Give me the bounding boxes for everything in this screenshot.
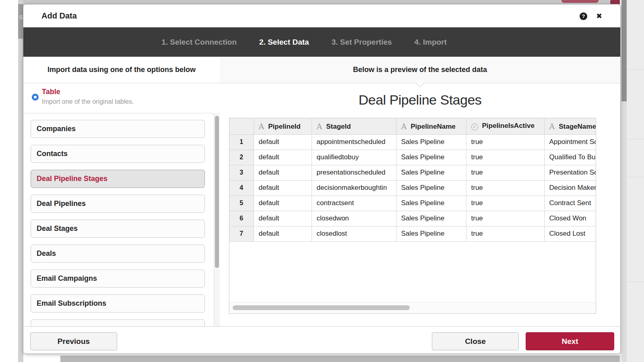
cell: decisionmakerboughtin (312, 180, 396, 195)
table-row: 6defaultclosedwonSales PipelinetrueClose… (229, 211, 596, 226)
preview-pane: Below is a preview of the selected data … (220, 57, 620, 326)
modal-footer: Previous Close Next (23, 326, 620, 354)
cell: true (466, 180, 544, 195)
table-option-label: Table (42, 88, 60, 96)
corner-header (229, 118, 254, 134)
horizontal-scrollbar-thumb[interactable] (233, 305, 410, 310)
cell: true (466, 226, 544, 241)
cell: Sales Pipeline (396, 180, 466, 195)
cell: true (466, 134, 544, 150)
table-row: 3defaultpresentationscheduledSales Pipel… (229, 165, 596, 180)
table-list-item[interactable]: Companies (31, 120, 205, 138)
background-gridline (627, 69, 644, 70)
text-type-icon: A (259, 122, 264, 131)
table-list-item[interactable]: Email Campaigns (31, 269, 205, 288)
wizard-step-2[interactable]: 2. Select Data (259, 38, 309, 47)
cell: Sales Pipeline (396, 134, 466, 150)
background-red-fragment (610, 0, 621, 4)
table-list-item[interactable]: Deal Pipelines (31, 195, 205, 213)
text-type-icon: A (317, 122, 322, 131)
modal-header: Add Data ? ✖ (23, 4, 620, 27)
table-row: 1defaultappointmentscheduledSales Pipeli… (229, 134, 596, 150)
close-icon[interactable]: ✖ (596, 12, 602, 21)
previous-button[interactable]: Previous (30, 332, 117, 350)
cell: default (254, 134, 312, 150)
table-row: 4defaultdecisionmakerboughtinSales Pipel… (229, 180, 596, 195)
cell: closedwon (312, 211, 396, 226)
page-scrollbar-thumb[interactable] (621, 0, 627, 101)
text-type-icon: A (401, 122, 407, 131)
column-name: PipelineName (411, 123, 456, 130)
cell: Closed Won (544, 211, 596, 226)
cell: Sales Pipeline (396, 211, 466, 226)
table-row: 7defaultclosedlostSales PipelinetrueClos… (229, 226, 596, 241)
table-row: 5defaultcontractsentSales PipelinetrueCo… (229, 195, 596, 211)
cell: true (466, 165, 544, 180)
table-option-description: Import one of the original tables. (42, 98, 134, 105)
radio-selected-icon[interactable] (32, 94, 39, 101)
wizard-stepbar: 1. Select Connection2. Select Data3. Set… (23, 27, 620, 57)
import-options-pane: Import data using one of the options bel… (23, 57, 220, 326)
cell: Appointment Sc (544, 134, 596, 150)
column-name: StageName (559, 123, 596, 130)
column-header: ✓PipelineIsActive (466, 118, 544, 134)
cell: true (466, 150, 544, 165)
table-row: 2defaultqualifiedtobuySales Pipelinetrue… (229, 150, 596, 165)
row-number: 3 (229, 165, 254, 180)
background-gridline (627, 282, 644, 282)
cell: true (466, 211, 544, 226)
column-header: AStageId (312, 118, 396, 134)
cell: true (466, 195, 544, 211)
cell: Qualified To Bu (544, 150, 596, 165)
table-list: CompaniesContactsDeal Pipeline StagesDea… (23, 113, 214, 326)
cell: Sales Pipeline (396, 226, 466, 241)
row-number: 4 (229, 180, 254, 195)
close-button[interactable]: Close (432, 332, 519, 350)
boolean-type-icon: ✓ (471, 123, 478, 130)
screen: S Add Data ? ✖ 1. Select Connection2. Se… (0, 0, 644, 362)
wizard-step-4[interactable]: 4. Import (415, 38, 447, 47)
table-list-item[interactable]: Contacts (31, 145, 205, 163)
table-option-row[interactable]: Table Import one of the original tables. (23, 83, 220, 113)
cell: default (254, 150, 312, 165)
cell: Sales Pipeline (396, 150, 466, 165)
cell: default (254, 211, 312, 226)
horizontal-scrollbar-track (229, 302, 596, 313)
column-name: PipelineId (268, 123, 300, 130)
background-gridline (627, 177, 644, 177)
cell: Contract Sent (544, 195, 596, 211)
cell: contractsent (312, 195, 396, 211)
row-number: 1 (229, 134, 254, 150)
cell: closedlost (312, 226, 396, 241)
row-number: 6 (229, 211, 254, 226)
cell: Presentation Sc (544, 165, 596, 180)
cell: default (254, 226, 312, 241)
add-data-modal: Add Data ? ✖ 1. Select Connection2. Sele… (23, 4, 621, 354)
column-name: StageId (326, 123, 351, 130)
preview-title: Deal Pipeline Stages (220, 92, 620, 108)
row-number: 7 (229, 226, 254, 241)
import-options-header: Import data using one of the options bel… (23, 57, 220, 83)
row-number: 5 (229, 195, 254, 211)
list-scrollbar-thumb[interactable] (215, 116, 219, 268)
table-list-item[interactable]: Deal Pipeline Stages (31, 170, 205, 188)
column-header: APipelineName (396, 118, 466, 134)
wizard-step-1[interactable]: 1. Select Connection (161, 38, 237, 47)
column-header: APipelineId (254, 118, 312, 134)
cell: default (254, 195, 312, 211)
table-list-item-partial[interactable] (31, 319, 205, 326)
column-header: AStageName (544, 118, 596, 134)
wizard-step-3[interactable]: 3. Set Properties (332, 38, 392, 47)
cell: Sales Pipeline (396, 165, 466, 180)
table-list-item[interactable]: Email Subscriptions (31, 294, 205, 313)
cell: default (254, 165, 312, 180)
modal-title: Add Data (41, 4, 77, 27)
table-list-item[interactable]: Deal Stages (31, 220, 205, 238)
preview-table-container: APipelineIdAStageIdAPipelineName✓Pipelin… (229, 118, 596, 314)
next-button[interactable]: Next (526, 332, 614, 350)
cell: appointmentscheduled (312, 134, 396, 150)
background-bottom-strip (60, 356, 620, 362)
cell: Closed Lost (544, 226, 596, 241)
help-icon[interactable]: ? (580, 12, 587, 20)
table-list-item[interactable]: Deals (31, 245, 205, 263)
